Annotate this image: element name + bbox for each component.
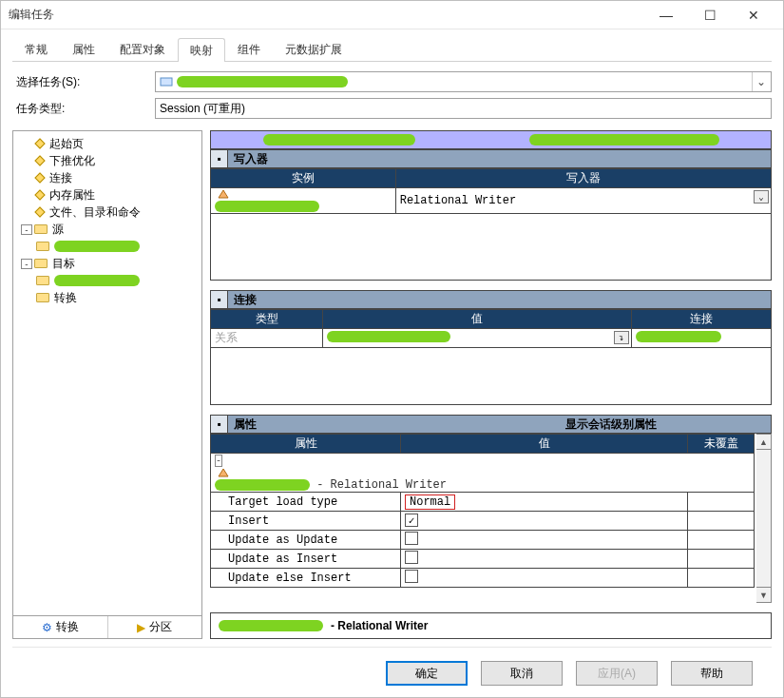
table-row[interactable]: Relational Writer⌄ — [211, 188, 772, 214]
task-type-field: Session (可重用) — [155, 98, 772, 119]
tree-item-pushdown-opt[interactable]: 下推优化 — [15, 152, 200, 169]
prop-name: Target load type — [211, 493, 401, 512]
tab-config-objects[interactable]: 配置对象 — [107, 37, 178, 61]
folder-icon — [36, 276, 49, 285]
redacted-text — [219, 620, 323, 631]
tree-pane: 起始页 下推优化 连接 内存属性 文件、目录和命令 -源 -目标 转换 ⚙转换 … — [12, 130, 202, 639]
col-value: 值 — [401, 435, 688, 454]
tree-item-transformation[interactable]: 转换 — [15, 289, 200, 306]
tree-item-files-dirs-cmds[interactable]: 文件、目录和命令 — [15, 204, 200, 221]
prop-value-update-as-insert[interactable] — [401, 550, 688, 569]
table-row[interactable]: Update else Insert — [211, 569, 755, 588]
chevron-down-icon[interactable]: ⌄ — [754, 190, 769, 204]
play-icon: ▶ — [137, 621, 145, 634]
props-group-row[interactable]: - - Relational Writer — [211, 454, 755, 493]
table-row[interactable]: 关系 ↴ — [211, 329, 772, 348]
dialog-window: 编辑任务 — ☐ ✕ 常规 属性 配置对象 映射 组件 元数据扩展 选择任务(S… — [0, 0, 784, 698]
diamond-icon — [34, 155, 45, 165]
task-icon — [160, 75, 173, 88]
nav-tree[interactable]: 起始页 下推优化 连接 内存属性 文件、目录和命令 -源 -目标 转换 — [13, 131, 201, 615]
tree-item-memory-props[interactable]: 内存属性 — [15, 186, 200, 204]
col-value: 值 — [323, 310, 632, 329]
target-icon — [215, 188, 232, 200]
bottom-tab-partition[interactable]: ▶分区 — [108, 616, 202, 638]
folder-icon — [36, 242, 49, 251]
apply-button[interactable]: 应用(A) — [576, 661, 658, 686]
table-row[interactable]: Update as Update — [211, 531, 755, 550]
target-icon — [215, 467, 232, 478]
tab-metadata-ext[interactable]: 元数据扩展 — [273, 37, 354, 61]
diamond-icon — [34, 138, 45, 148]
maximize-button[interactable]: ☐ — [688, 1, 732, 29]
footer-info-text: - Relational Writer — [331, 619, 428, 632]
dialog-content: 常规 属性 配置对象 映射 组件 元数据扩展 选择任务(S): ⌄ — [1, 29, 783, 697]
ok-button[interactable]: 确定 — [386, 661, 468, 686]
tree-item-start-page[interactable]: 起始页 — [15, 135, 200, 152]
window-controls: — ☐ ✕ — [644, 1, 775, 29]
cancel-button[interactable]: 取消 — [481, 661, 563, 686]
redacted-text — [54, 241, 140, 252]
top-scribble-bar — [210, 130, 772, 149]
prop-value-insert[interactable]: ✓ — [401, 512, 688, 531]
table-row[interactable]: Insert ✓ — [211, 512, 755, 531]
table-row[interactable]: Update as Insert — [211, 550, 755, 569]
redacted-text — [529, 134, 719, 145]
select-task-dropdown[interactable]: ⌄ — [155, 71, 772, 92]
tab-mapping[interactable]: 映射 — [178, 38, 225, 62]
footer-info-bar: - Relational Writer — [210, 612, 772, 639]
redacted-task-name — [177, 76, 348, 87]
conn-value-cell[interactable]: ↴ — [323, 329, 632, 348]
writers-title-row: ▪ 写入器 — [210, 149, 772, 168]
connections-title-row: ▪ 连接 — [210, 290, 772, 309]
writers-panel-title: 写入器 — [228, 151, 274, 167]
diamond-icon — [34, 206, 45, 217]
props-panel: ▪ 属性 显示会话级别属性 属性 值 未覆盖 — [210, 415, 772, 603]
close-button[interactable]: ✕ — [732, 1, 775, 29]
collapse-icon[interactable]: - — [21, 224, 32, 235]
diamond-icon — [34, 172, 45, 183]
tab-properties[interactable]: 属性 — [60, 37, 107, 61]
tree-item-connection[interactable]: 连接 — [15, 169, 200, 186]
minimize-button[interactable]: — — [644, 1, 688, 29]
scroll-down-icon[interactable]: ▼ — [756, 587, 771, 602]
prop-value-target-load-type[interactable]: Normal — [401, 493, 688, 512]
writer-cell[interactable]: Relational Writer⌄ — [395, 188, 771, 214]
prop-value-update-else-insert[interactable] — [401, 569, 688, 588]
prop-name: Update as Update — [211, 531, 401, 550]
chevron-down-icon[interactable]: ↴ — [614, 331, 629, 344]
help-button[interactable]: 帮助 — [671, 661, 753, 686]
tab-general[interactable]: 常规 — [12, 37, 60, 61]
checkbox-unchecked-icon[interactable] — [405, 570, 418, 583]
collapse-panel-button[interactable]: ▪ — [211, 150, 228, 167]
props-table: 属性 值 未覆盖 - - Relational Writer Target lo… — [210, 434, 755, 588]
writers-empty-area — [210, 214, 772, 281]
redacted-text — [636, 331, 721, 342]
tree-item-redacted-target[interactable] — [15, 272, 200, 289]
scroll-up-icon[interactable]: ▲ — [756, 435, 771, 450]
tree-item-sources[interactable]: -源 — [15, 221, 200, 238]
table-row[interactable]: Target load type Normal — [211, 493, 755, 512]
bottom-tab-transformation[interactable]: ⚙转换 — [13, 616, 108, 638]
collapse-icon[interactable]: - — [21, 259, 32, 269]
redacted-text — [215, 479, 310, 491]
writers-panel: ▪ 写入器 实例 写入器 Relational Writer⌄ — [210, 130, 772, 281]
checkbox-checked-icon[interactable]: ✓ — [405, 514, 418, 527]
collapse-panel-button[interactable]: ▪ — [211, 291, 228, 308]
connections-table: 类型 值 连接 关系 ↴ — [210, 309, 772, 348]
prop-value-update-as-update[interactable] — [401, 531, 688, 550]
props-panel-title: 属性 — [228, 417, 262, 433]
tree-item-targets[interactable]: -目标 — [15, 255, 200, 272]
checkbox-unchecked-icon[interactable] — [405, 551, 418, 564]
checkbox-unchecked-icon[interactable] — [405, 532, 418, 545]
chevron-down-icon[interactable]: ⌄ — [752, 72, 769, 91]
col-type: 类型 — [211, 310, 323, 329]
conn-connection-cell[interactable] — [631, 329, 772, 348]
collapse-icon[interactable]: - — [215, 455, 222, 467]
diamond-icon — [34, 189, 45, 200]
folder-icon — [34, 224, 48, 234]
tab-components[interactable]: 组件 — [225, 37, 273, 61]
collapse-panel-button[interactable]: ▪ — [211, 416, 228, 433]
tab-bar: 常规 属性 配置对象 映射 组件 元数据扩展 — [12, 37, 772, 62]
tree-item-redacted-source[interactable] — [15, 238, 200, 255]
props-scrollbar[interactable]: ▲ ▼ — [756, 434, 772, 603]
